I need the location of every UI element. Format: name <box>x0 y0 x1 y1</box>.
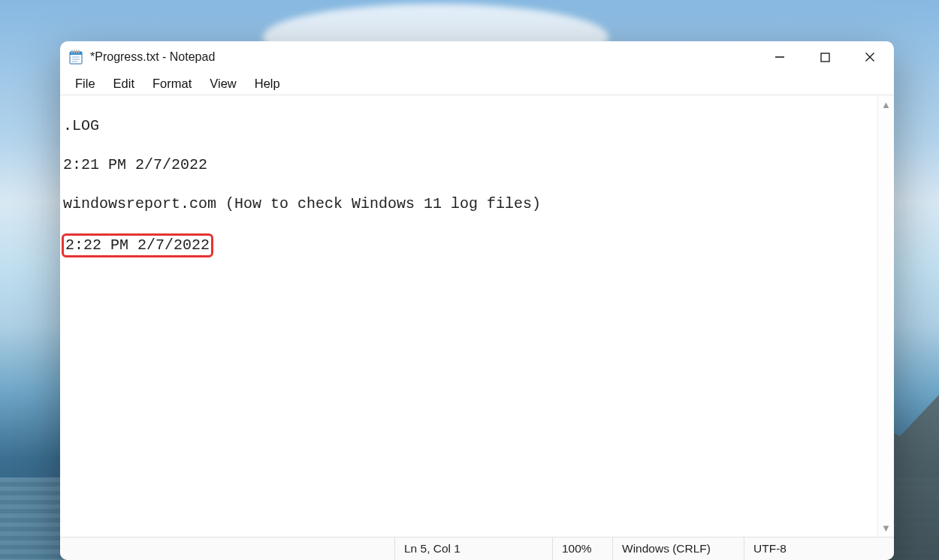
highlight-annotation: 2:22 PM 2/7/2022 <box>62 233 213 257</box>
status-line-ending: Windows (CRLF) <box>612 537 744 560</box>
editor-line: .LOG <box>63 116 874 136</box>
close-button[interactable] <box>847 41 892 73</box>
menu-edit[interactable]: Edit <box>104 75 143 92</box>
status-bar: Ln 5, Col 1 100% Windows (CRLF) UTF-8 <box>60 537 894 560</box>
maximize-button[interactable] <box>802 41 847 73</box>
svg-rect-5 <box>78 50 80 54</box>
editor-area: .LOG 2:21 PM 2/7/2022 windowsreport.com … <box>60 95 894 537</box>
menu-help[interactable]: Help <box>246 75 289 92</box>
menu-bar: File Edit Format View Help <box>60 73 894 95</box>
minimize-icon <box>774 52 785 62</box>
svg-rect-2 <box>71 50 73 54</box>
menu-format[interactable]: Format <box>143 75 201 92</box>
window-title: *Progress.txt - Notepad <box>90 50 215 64</box>
svg-rect-4 <box>76 50 77 54</box>
menu-file[interactable]: File <box>66 75 104 92</box>
svg-rect-10 <box>821 53 829 62</box>
notepad-icon <box>69 50 83 65</box>
editor-line: 2:22 PM 2/7/2022 <box>63 233 874 257</box>
desktop-background: *Progress.txt - Notepad File Edit Format… <box>0 0 939 560</box>
scroll-up-icon[interactable]: ▲ <box>878 97 894 112</box>
text-editor[interactable]: .LOG 2:21 PM 2/7/2022 windowsreport.com … <box>60 95 877 537</box>
titlebar[interactable]: *Progress.txt - Notepad <box>60 41 894 73</box>
status-zoom: 100% <box>552 537 612 560</box>
editor-line: 2:21 PM 2/7/2022 <box>63 155 874 175</box>
status-spacer <box>60 537 394 560</box>
status-encoding: UTF-8 <box>744 537 894 560</box>
close-icon <box>865 52 875 62</box>
maximize-icon <box>820 53 830 62</box>
scroll-down-icon[interactable]: ▼ <box>878 520 894 535</box>
minimize-button[interactable] <box>757 41 802 73</box>
vertical-scrollbar[interactable]: ▲ ▼ <box>877 95 894 537</box>
status-cursor-position: Ln 5, Col 1 <box>394 537 552 560</box>
menu-view[interactable]: View <box>201 75 245 92</box>
editor-line: windowsreport.com (How to check Windows … <box>63 194 874 214</box>
svg-rect-3 <box>74 50 75 54</box>
notepad-window: *Progress.txt - Notepad File Edit Format… <box>60 41 894 560</box>
